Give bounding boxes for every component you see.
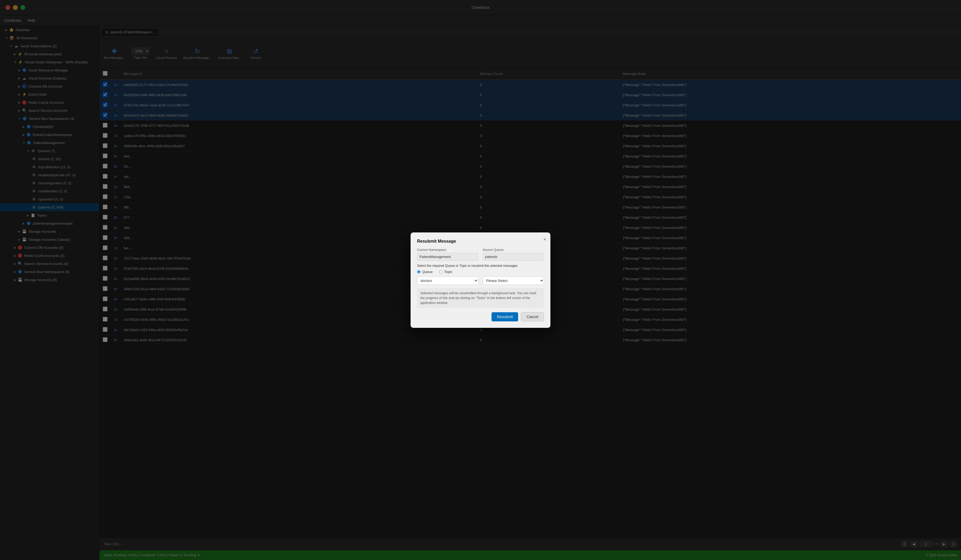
topic-radio[interactable] [439,270,443,274]
queue-radio-text: Queue [422,270,432,274]
resubmit-button[interactable]: Resubmit [492,312,518,321]
queue-radio[interactable] [417,270,421,274]
queue-select-field: doctors dup-detection enabledduplicate i… [417,276,478,285]
modal-title: Resubmit Message [417,239,544,244]
cancel-button[interactable]: Cancel [521,312,544,321]
modal-select-row: doctors dup-detection enabledduplicate i… [417,276,544,285]
modal-info-text: Selected messages will be resubmitted th… [417,288,544,308]
select-instruction: Select the required Queue or Topic to re… [417,264,544,268]
source-queue-input [483,253,544,261]
modal-close-button[interactable]: × [543,237,546,242]
topic-radio-text: Topic [444,270,452,274]
queue-select[interactable]: doctors dup-detection enabledduplicate i… [417,276,478,285]
topic-select[interactable]: Please Select [483,276,544,285]
radio-group: Queue Topic [417,270,544,274]
source-queue-field: Source Queue: [483,248,544,261]
topic-radio-label[interactable]: Topic [439,270,452,274]
current-namespace-field: Current Namespace: [417,248,478,261]
namespace-input [417,253,478,261]
source-queue-label: Source Queue: [483,248,544,252]
modal-overlay[interactable]: Resubmit Message × Current Namespace: So… [0,0,961,560]
modal-namespace-row: Current Namespace: Source Queue: [417,248,544,261]
modal-button-row: Resubmit Cancel [417,312,544,321]
resubmit-modal: Resubmit Message × Current Namespace: So… [411,233,550,328]
namespace-label: Current Namespace: [417,248,478,252]
queue-radio-label[interactable]: Queue [417,270,432,274]
topic-select-field: Please Select [483,276,544,285]
